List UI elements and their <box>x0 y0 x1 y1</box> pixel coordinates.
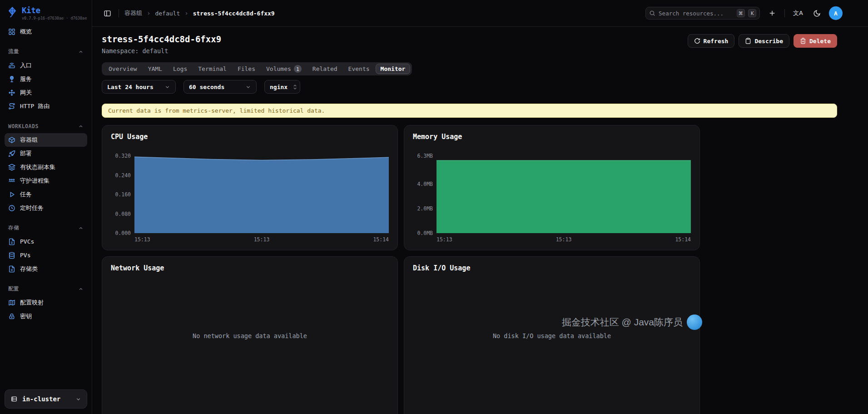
plus-icon <box>768 9 776 17</box>
cpu-usage-chart: 0.3200.2400.1600.0800.000 15:1315:1315:1… <box>111 156 389 243</box>
sidebar-item-deployments[interactable]: 部署 <box>5 147 87 160</box>
tab-overview[interactable]: Overview <box>104 64 142 74</box>
metrics-warning-banner: Current data is from metrics-server, lim… <box>102 104 837 118</box>
sidebar-item-label: 存储类 <box>20 265 38 273</box>
chevron-right-icon: › <box>184 10 188 17</box>
no-data-message: No disk I/O usage data available <box>413 272 691 399</box>
layers-icon <box>8 164 15 171</box>
refresh-icon <box>694 38 700 44</box>
grid-icon <box>8 28 15 35</box>
sidebar-item-gateways[interactable]: 网关 <box>5 86 87 100</box>
move-arrows-icon <box>8 89 15 96</box>
search-input[interactable] <box>659 10 734 17</box>
languages-icon: 文A <box>793 9 803 17</box>
app-version: v0.7.9-p16-d7630ae · d7630ae <box>22 16 87 20</box>
map-icon <box>8 299 15 306</box>
sidebar-item-label: 容器组 <box>20 136 38 144</box>
interval-select[interactable]: 60 seconds <box>184 80 257 94</box>
sidebar-item-pods[interactable]: 容器组 <box>5 133 87 147</box>
memory-usage-chart: 6.3MB4.0MB2.0MB0.0MB 15:1315:1315:14 <box>413 156 691 243</box>
tab-monitor[interactable]: Monitor <box>376 64 411 74</box>
sidebar-item-label: HTTP 路由 <box>20 102 50 110</box>
sidebar-section-traffic[interactable]: 流量 <box>5 48 87 56</box>
container-select[interactable]: nginx <box>264 80 300 94</box>
tab-logs[interactable]: Logs <box>168 64 192 74</box>
search-icon <box>649 10 655 16</box>
server-icon <box>10 395 18 403</box>
tab-yaml[interactable]: YAML <box>143 64 167 74</box>
time-range-value: Last 24 hours <box>107 84 154 90</box>
play-icon <box>8 191 15 198</box>
tab-related[interactable]: Related <box>308 64 342 74</box>
sidebar-section-workloads[interactable]: WORKLOADS <box>5 122 87 130</box>
trash-icon <box>800 38 806 44</box>
sidebar-item-pvcs[interactable]: PVCs <box>5 235 87 249</box>
sidebar-item-daemonsets[interactable]: 守护进程集 <box>5 174 87 188</box>
user-avatar[interactable]: A <box>829 6 843 20</box>
y-axis: 0.3200.2400.1600.0800.000 <box>111 156 134 233</box>
sidebar-item-jobs[interactable]: 任务 <box>5 188 87 201</box>
kbd-cmd: ⌘ <box>737 9 745 17</box>
kite-logo-icon <box>6 6 18 18</box>
app-logo[interactable]: Kite v0.7.9-p16-d7630ae · d7630ae <box>5 5 87 25</box>
describe-button[interactable]: Describe <box>739 34 789 48</box>
banner-message: Current data is from metrics-server, lim… <box>108 107 325 114</box>
tab-terminal[interactable]: Terminal <box>193 64 232 74</box>
sidebar-item-storageclasses[interactable]: 存储类 <box>5 262 87 276</box>
chart-title: Disk I/O Usage <box>413 264 691 272</box>
divider <box>784 9 785 17</box>
cube-icon <box>8 136 15 144</box>
sidebar-item-secrets[interactable]: 密钥 <box>5 309 87 323</box>
volumes-count-badge: 1 <box>294 65 302 73</box>
sidebar-item-label: 网关 <box>20 89 32 97</box>
sidebar-item-label: 有状态副本集 <box>20 163 55 171</box>
tab-events[interactable]: Events <box>343 64 375 74</box>
main-area: 容器组 › default › stress-5f4cc4dc8d-6fxx9 … <box>92 0 868 414</box>
sidebar-item-label: 服务 <box>20 75 32 83</box>
sidebar-item-configmaps[interactable]: 配置映射 <box>5 296 87 309</box>
refresh-button[interactable]: Refresh <box>688 34 735 48</box>
sidebar-item-label: 守护进程集 <box>20 177 50 185</box>
sidebar-item-cronjobs[interactable]: 定时任务 <box>5 201 87 215</box>
divider <box>119 9 119 17</box>
kbd-k: K <box>748 9 756 17</box>
chevrons-up-down-icon <box>292 84 298 90</box>
chevron-down-icon <box>75 396 81 402</box>
sidebar-item-label: 任务 <box>20 190 32 199</box>
breadcrumb-namespace[interactable]: default <box>155 10 180 17</box>
add-cluster-button[interactable] <box>766 7 778 19</box>
sidebar-item-label: 部署 <box>20 150 32 158</box>
chart-title: Network Usage <box>111 264 389 272</box>
file-icon <box>8 238 15 245</box>
area-plot <box>436 156 691 233</box>
sidebar-section-config[interactable]: 配置 <box>5 285 87 293</box>
sidebar-item-pvs[interactable]: PVs <box>5 249 87 262</box>
language-button[interactable]: 文A <box>791 7 805 19</box>
x-axis: 15:1315:1315:14 <box>134 236 389 243</box>
chevron-right-icon: › <box>147 10 150 17</box>
tab-files[interactable]: Files <box>233 64 260 74</box>
chart-title: CPU Usage <box>111 133 389 141</box>
sidebar-section-storage[interactable]: 存储 <box>5 224 87 232</box>
sidebar-item-label: PVs <box>20 252 30 259</box>
breadcrumb-pods[interactable]: 容器组 <box>124 9 142 17</box>
rocket-icon <box>8 150 15 157</box>
cluster-name: in-cluster <box>22 395 60 403</box>
memory-usage-card: Memory Usage 6.3MB4.0MB2.0MB0.0MB 15:131… <box>404 125 700 250</box>
sidebar-toggle-button[interactable] <box>102 8 113 19</box>
delete-button[interactable]: Delete <box>794 34 837 48</box>
sidebar-item-overview[interactable]: 概览 <box>5 25 87 39</box>
sidebar-item-ingress[interactable]: 入口 <box>5 59 87 72</box>
theme-toggle-button[interactable] <box>811 8 823 19</box>
sidebar-item-services[interactable]: 服务 <box>5 72 87 86</box>
chart-title: Memory Usage <box>413 133 691 141</box>
sidebar-item-statefulsets[interactable]: 有状态副本集 <box>5 160 87 174</box>
tab-volumes[interactable]: Volumes 1 <box>261 64 307 74</box>
clock-icon <box>8 205 15 212</box>
search-box[interactable]: ⌘ K <box>645 7 760 20</box>
cluster-selector[interactable]: in-cluster <box>5 389 87 409</box>
chevron-down-icon <box>164 84 170 90</box>
sidebar-item-httproutes[interactable]: HTTP 路由 <box>5 100 87 113</box>
describe-label: Describe <box>754 38 783 45</box>
time-range-select[interactable]: Last 24 hours <box>102 80 176 94</box>
